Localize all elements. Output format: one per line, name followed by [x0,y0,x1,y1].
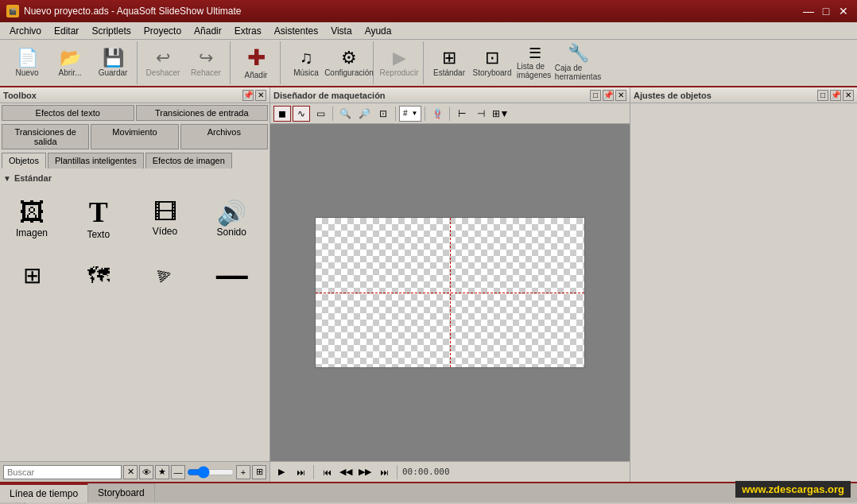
bottom-panel: Línea de tiempo Storyboard ⊞ ⊟ ⊠ ✂ ⊕ El … [0,482,857,504]
menu-editar[interactable]: Editar [48,24,85,38]
tab-timeline[interactable]: Línea de tiempo [0,483,88,502]
menu-proyecto[interactable]: Proyecto [138,24,188,38]
abrir-button[interactable]: 📂 Abrir... [49,43,91,83]
grid-icon: ⊞ [23,262,41,289]
pb-next-button[interactable]: ⏭ [293,464,308,480]
adj-pin-button[interactable]: 📌 [830,90,841,101]
section-standard-label: Estándar [14,173,52,183]
anadir-label: Añadir [245,71,268,79]
search-plus-button[interactable]: + [236,465,250,479]
lista-imagenes-button[interactable]: ☰ Lista de imágenes [514,43,556,83]
designer-pin-button[interactable]: 📌 [603,90,614,101]
menu-scriptlets[interactable]: Scriptlets [85,24,137,38]
bottom-tabs: Línea de tiempo Storyboard [0,483,857,502]
designer-close-button[interactable]: ✕ [615,90,626,101]
menu-ayuda[interactable]: Ayuda [359,24,398,38]
toolbox-pin-button[interactable]: 📌 [242,90,254,101]
dt-align-left-button[interactable]: ⊢ [453,106,471,122]
dt-curve-button[interactable]: ∿ [293,106,310,122]
multi-image-icon: 🗺 [87,262,110,289]
item-grid[interactable]: ⊞ [3,248,60,302]
tab-archivos[interactable]: Archivos [180,124,268,149]
nuevo-button[interactable]: 📄 Nuevo [6,43,48,83]
pb-skip-end-button[interactable]: ⏭ [376,464,392,480]
search-input[interactable] [3,465,122,479]
dt-zoom-fit-button[interactable]: ⊡ [374,106,392,122]
dt-select-button[interactable]: ◼ [273,106,291,122]
search-star-button[interactable]: ★ [155,465,169,479]
tab-transiciones-entrada[interactable]: Transiciones de entrada [136,105,269,121]
pb-next-frame-button[interactable]: ▶▶ [357,464,373,480]
caja-herramientas-button[interactable]: 🔧 Caja de herramientas [557,43,599,83]
menu-asistentes[interactable]: Asistentes [268,24,324,38]
item-video[interactable]: 🎞 Vídeo [137,191,194,245]
search-eye-button[interactable]: 👁 [139,465,153,479]
minimize-button[interactable]: — [801,5,816,17]
pb-play-button[interactable]: ▶ [273,464,289,480]
tab-transiciones-salida[interactable]: Transiciones de salida [2,124,89,149]
search-clear-button[interactable]: ✕ [123,465,138,479]
storyboard-toolbar-button[interactable]: ⊡ Storyboard [471,43,513,83]
toolbox-header: Toolbox 📌 ✕ [0,87,270,103]
tab-objetos[interactable]: Objetos [2,153,46,169]
menu-vista[interactable]: Vista [324,24,358,38]
zoom-slider[interactable] [187,467,235,478]
dt-rect-button[interactable]: ▭ [312,106,329,122]
item-bar[interactable]: ▬▬▬ [203,248,260,302]
configuracion-button[interactable]: ⚙ Configuración [328,43,370,83]
playback-bar: ▶ ⏭ ⏮ ◀◀ ▶▶ ⏭ 00:00.000 [270,461,630,482]
tab-efectos-imagen[interactable]: Efectos de imagen [145,153,232,169]
close-button[interactable]: ✕ [836,5,851,17]
musica-label: Música [293,68,319,77]
reproducir-label: Reproducir [380,68,419,77]
dt-sep4 [449,107,450,121]
section-arrow: ▼ [3,174,11,183]
dt-zoom-out-button[interactable]: 🔍 [336,106,354,122]
deshacer-icon: ↩ [156,49,170,67]
texto-icon: T [89,196,108,229]
toolbox-items-grid: 🖼 Imagen T Texto 🎞 Vídeo 🔊 Sonido [0,188,270,248]
imagen-label: Imagen [16,227,48,238]
menu-archivo[interactable]: Archivo [3,24,48,38]
dt-zoom-in-button[interactable]: 🔎 [355,106,373,122]
deshacer-button[interactable]: ↩ Deshacer [142,43,184,83]
designer-restore-button[interactable]: □ [590,90,601,101]
item-slash[interactable]: ⫸ [137,248,194,302]
tab-movimiento[interactable]: Movimiento [91,124,178,149]
item-multi-image[interactable]: 🗺 [70,248,127,302]
guardar-icon: 💾 [103,49,124,67]
menu-extras[interactable]: Extras [228,24,268,38]
dt-grid-value: # [403,109,408,118]
toolbox-title: Toolbox [3,91,37,100]
maximize-button[interactable]: □ [819,5,833,17]
nuevo-label: Nuevo [16,68,39,77]
dt-align-right-button[interactable]: ⊣ [472,106,490,122]
dt-rope-button[interactable]: 🪢 [428,106,446,122]
reproducir-button[interactable]: ▶ Reproducir [378,43,420,83]
estandar-button[interactable]: ⊞ Estándar [428,43,470,83]
toolbox-tabs-row2: Transiciones de salida Movimiento Archiv… [0,122,270,151]
musica-button[interactable]: ♫ Música [285,43,327,83]
item-imagen[interactable]: 🖼 Imagen [3,191,60,245]
dt-grid-dropdown[interactable]: # ▼ [399,106,421,122]
rehacer-button[interactable]: ↪ Rehacer [185,43,227,83]
toolbox-close-button[interactable]: ✕ [255,90,266,101]
item-sonido[interactable]: 🔊 Sonido [203,191,260,245]
watermark: www.zdescargas.org [735,481,851,498]
window-title: Nuevo proyecto.ads - AquaSoft SlideShow … [24,6,241,17]
pb-skip-start-button[interactable]: ⏮ [319,464,335,480]
anadir-icon: ✚ [247,47,266,69]
tab-efectos-texto[interactable]: Efectos del texto [2,105,134,121]
search-minus-button[interactable]: — [171,465,185,479]
anadir-button[interactable]: ✚ Añadir [235,43,277,83]
adj-close-button[interactable]: ✕ [843,90,854,101]
pb-prev-frame-button[interactable]: ◀◀ [338,464,354,480]
dt-align-drop-button[interactable]: ⊞▼ [491,106,509,122]
menu-anadir[interactable]: Añadir [188,24,228,38]
guardar-button[interactable]: 💾 Guardar [92,43,134,83]
tab-storyboard[interactable]: Storyboard [88,483,155,502]
search-grid-button[interactable]: ⊞ [252,465,266,479]
adj-restore-button[interactable]: □ [817,90,828,101]
tab-plantillas[interactable]: Plantillas inteligentes [48,153,144,169]
item-texto[interactable]: T Texto [70,191,127,245]
